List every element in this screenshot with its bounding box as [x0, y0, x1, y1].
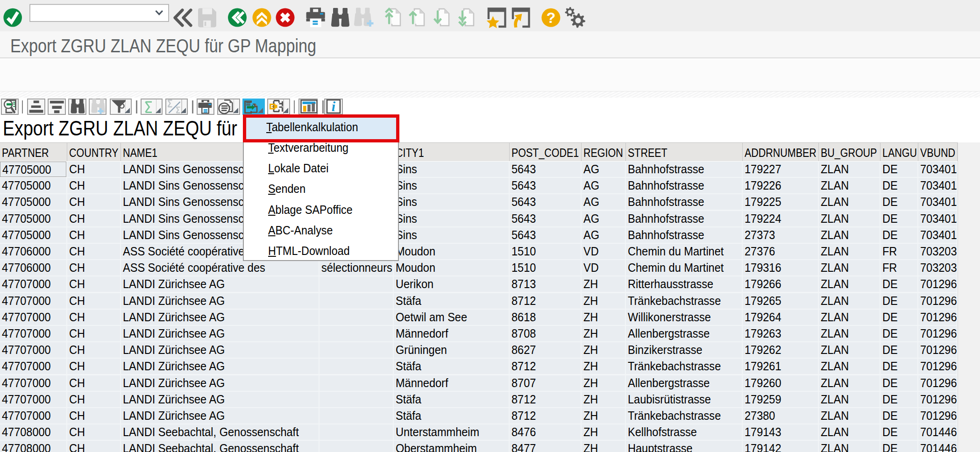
svg-text:?: ? — [547, 9, 556, 26]
svg-text:i: i — [332, 99, 336, 114]
